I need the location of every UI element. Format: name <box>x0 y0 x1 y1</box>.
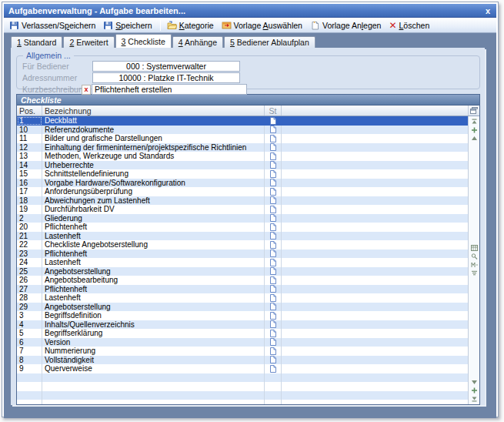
empty-row[interactable] <box>17 373 468 383</box>
row-pos <box>17 400 42 404</box>
table-row[interactable]: 22 Checkliste Angebotserstellung <box>17 240 468 250</box>
row-status <box>265 232 282 241</box>
memo-icon[interactable] <box>471 262 478 268</box>
search-icon[interactable] <box>471 253 478 260</box>
tab-standard[interactable]: 1 Standard <box>11 36 62 48</box>
row-bezeichnung <box>42 391 265 400</box>
sort-icon[interactable] <box>471 270 478 276</box>
tab-bediener-ablaufplan[interactable]: 5 Bediener Ablaufplan <box>224 36 315 48</box>
row-bezeichnung: Angebotsbearbeitung <box>42 276 265 285</box>
table-row[interactable]: 20 Pflichtenheft <box>17 223 468 232</box>
table-row[interactable]: 10 Referenzdokumente <box>17 126 468 135</box>
row-bezeichnung: Inhalts/Quellenverzeichnis <box>42 320 265 330</box>
document-icon <box>270 241 276 249</box>
table-row[interactable]: 2 Gliederung <box>17 214 468 223</box>
save-button[interactable]: Speichern <box>101 20 155 31</box>
row-pos: 15 <box>17 169 42 179</box>
table-row[interactable]: 14 Urheberrechte <box>17 161 468 170</box>
row-pos <box>17 382 42 391</box>
template-select-button[interactable]: Vorlage Auswählen <box>219 20 306 31</box>
row-bezeichnung: Begriffserklärung <box>42 329 265 338</box>
row-pos <box>17 391 42 400</box>
table-row[interactable]: 8 Vollständigkeit <box>17 356 468 365</box>
kurzbeschreibung-field[interactable]: Pflichtenheft erstellen <box>92 84 247 95</box>
row-bezeichnung: Durchführbarkeit DV <box>42 205 265 214</box>
empty-row[interactable] <box>17 382 468 391</box>
row-status <box>265 179 282 188</box>
table-row[interactable]: 9 Querverweise <box>17 364 468 373</box>
table-row[interactable]: 19 Durchführbarkeit DV <box>17 205 468 214</box>
save-exit-button[interactable]: Verlassen/Speichern <box>7 20 99 31</box>
table-row[interactable]: 7 Nummerierung <box>17 347 468 356</box>
document-icon <box>270 294 276 302</box>
document-icon <box>270 161 276 169</box>
app-window: Aufgabenverwaltung - Aufgabe bearbeiten.… <box>2 2 499 417</box>
scroll-last-icon[interactable] <box>471 396 478 402</box>
table-row[interactable]: 24 Lastenheft <box>17 258 468 267</box>
document-icon <box>270 117 276 125</box>
grid-view-icon[interactable] <box>471 245 478 251</box>
row-pos: 16 <box>17 179 42 188</box>
scroll-first-icon[interactable] <box>471 119 478 125</box>
empty-row[interactable] <box>17 391 468 400</box>
checkliste-grid: Checkliste Pos. Bezeichnung St 1 Deckbla… <box>16 94 480 405</box>
row-status <box>265 276 282 285</box>
tab-anhaenge[interactable]: 4 Anhänge <box>172 36 223 48</box>
scroll-down-icon[interactable] <box>471 379 478 385</box>
row-bezeichnung: Version <box>42 338 265 347</box>
table-row[interactable]: 13 Methoden, Werkzeuge und Standards <box>17 152 468 161</box>
column-chooser-cell[interactable] <box>468 106 479 116</box>
table-row[interactable]: 6 Version <box>17 338 468 347</box>
row-bezeichnung <box>42 373 265 383</box>
document-icon <box>270 320 276 328</box>
table-row[interactable]: 1 Deckblatt <box>17 116 468 126</box>
column-header-bezeichnung[interactable]: Bezeichnung <box>42 106 265 116</box>
delete-button[interactable]: ✕ Löschen <box>386 20 433 31</box>
tab-erweitert[interactable]: 2 Erweitert <box>63 36 114 48</box>
column-header-filler <box>282 106 468 116</box>
row-pos: 20 <box>17 223 42 232</box>
save-icon <box>103 21 113 30</box>
close-button[interactable]: x <box>486 5 490 17</box>
table-row[interactable]: 18 Abweichungen zum Lastenheft <box>17 196 468 206</box>
row-status <box>265 311 282 320</box>
table-row[interactable]: 15 Schnittstellendefinierung <box>17 169 468 179</box>
row-bezeichnung: Angebotserstellung <box>42 303 265 312</box>
column-header-pos[interactable]: Pos. <box>17 106 42 116</box>
row-status <box>265 293 282 303</box>
tab-checkliste[interactable]: 3 Checkliste <box>115 34 172 48</box>
scroll-up-icon[interactable] <box>471 136 478 142</box>
table-row[interactable]: 4 Inhalts/Quellenverzeichnis <box>17 320 468 330</box>
insert-row-bottom-icon[interactable] <box>471 387 478 394</box>
fuer-bediener-field[interactable]: 000 : Systemverwalter <box>92 61 240 72</box>
table-row[interactable]: 23 Pflichtenheft <box>17 250 468 259</box>
table-row[interactable]: 16 Vorgabe Hardware/Softwarekonfiguratio… <box>17 179 468 188</box>
row-status <box>265 303 282 312</box>
table-row[interactable]: 28 Lastenheft <box>17 293 468 303</box>
empty-row[interactable] <box>17 400 468 404</box>
table-row[interactable]: 27 Pflichtenheft <box>17 285 468 294</box>
table-row[interactable]: 12 Einhaltung der firmeninternen/projekt… <box>17 143 468 152</box>
table-row[interactable]: 5 Begriffserklärung <box>17 329 468 338</box>
table-row[interactable]: 21 Lastenheft <box>17 232 468 241</box>
table-row[interactable]: 26 Angebotsbearbeitung <box>17 276 468 285</box>
table-row[interactable]: 11 Bilder und grafische Darstellungen <box>17 134 468 143</box>
row-status <box>265 267 282 276</box>
adressnummer-field[interactable]: 10000 : Platzke IT-Technik <box>92 72 240 83</box>
table-row[interactable]: 3 Begriffsdefinition <box>17 311 468 320</box>
allgemein-group: Allgemein ... Für Bediener 000 : Systemv… <box>16 51 480 89</box>
category-button[interactable]: Kategorie <box>165 20 218 31</box>
fuer-bediener-label: Für Bediener <box>19 62 80 71</box>
template-new-button[interactable]: Vorlage Anlegen <box>308 20 386 31</box>
table-row[interactable]: 25 Angebotserstellung <box>17 267 468 276</box>
row-pos: 5 <box>17 329 42 338</box>
clear-field-icon[interactable]: x <box>82 85 91 95</box>
document-icon <box>270 152 276 160</box>
table-row[interactable]: 29 Angebotserstellung <box>17 303 468 312</box>
document-icon <box>270 356 276 363</box>
document-icon <box>270 214 276 222</box>
row-bezeichnung: Lastenheft <box>42 232 265 241</box>
table-row[interactable]: 17 Anforderungsüberprüfung <box>17 187 468 196</box>
insert-row-top-icon[interactable] <box>471 127 478 133</box>
column-header-st[interactable]: St <box>265 106 282 116</box>
